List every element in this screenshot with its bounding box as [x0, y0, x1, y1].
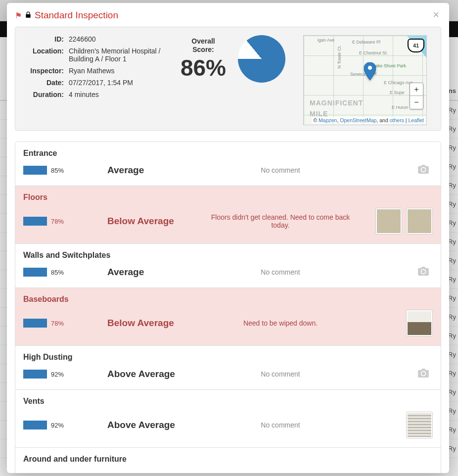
- meta-table: ID: 2246600 Location: Children's Memoria…: [24, 35, 163, 125]
- map-street-superior: E Supe: [390, 90, 405, 95]
- inspection-sections: Entrance85%AverageNo commentFloors78%Bel…: [15, 142, 441, 473]
- score-bar-cell: 92%: [23, 421, 102, 429]
- score-bar: [23, 268, 47, 277]
- section-title: Baseboards: [23, 295, 433, 304]
- overall-score: Overall Score: 86%: [169, 35, 297, 125]
- modal-title: Standard Inspection: [35, 10, 118, 21]
- section: Vents92%Above AverageNo comment: [15, 390, 441, 448]
- section: Around and under furniture: [15, 448, 441, 473]
- map-street-michigan: igan Ave: [318, 38, 334, 43]
- comment-text: No comment: [206, 370, 355, 378]
- meta-inspector-value: Ryan Mathews: [69, 67, 163, 75]
- comment-text: No comment: [206, 421, 355, 429]
- rating-text: Below Average: [107, 216, 201, 227]
- thumbnails: [360, 266, 433, 279]
- photo-thumbnail[interactable]: [406, 208, 433, 235]
- others-link[interactable]: others: [390, 117, 404, 123]
- section-title: Entrance: [23, 149, 433, 158]
- flag-icon: ⚑: [15, 11, 22, 20]
- mapzen-link[interactable]: Mapzen: [319, 117, 337, 123]
- section-row: 92%Above AverageNo comment: [23, 368, 433, 381]
- score-bar-cell: 92%: [23, 370, 102, 379]
- section: High Dusting92%Above AverageNo comment: [15, 346, 441, 390]
- comment-text: No comment: [206, 166, 355, 174]
- comment-text: Floors didn't get cleaned. Need to come …: [206, 213, 355, 229]
- score-value: 86%: [181, 54, 226, 81]
- leaflet-link[interactable]: Leaflet: [408, 117, 424, 123]
- photo-thumbnail[interactable]: [406, 310, 433, 336]
- inspection-modal: ⚑ Standard Inspection × ID: 2246600 Loca…: [7, 3, 449, 473]
- score-bar: [23, 217, 47, 226]
- meta-location-label: Location:: [24, 47, 64, 63]
- map-street-tower: N Tower Ct.: [337, 46, 342, 69]
- thumbnails: [360, 208, 433, 235]
- section-row: 85%AverageNo comment: [23, 266, 433, 279]
- score-percent: 85%: [51, 269, 64, 276]
- map-street-delaware: E Delaware Pl: [352, 40, 380, 45]
- meta-id-value: 2246600: [69, 35, 163, 43]
- meta-id-label: ID:: [24, 35, 64, 43]
- map-marker-icon: [364, 62, 376, 81]
- rating-text: Above Average: [107, 420, 201, 430]
- close-button[interactable]: ×: [430, 8, 442, 22]
- meta-date-label: Date:: [24, 79, 64, 87]
- score-bar-cell: 85%: [23, 166, 102, 175]
- map-street-seneca: Seneca: [350, 72, 366, 77]
- rating-text: Average: [107, 267, 201, 278]
- modal-header: ⚑ Standard Inspection ×: [7, 3, 449, 27]
- modal-body: ID: 2246600 Location: Children's Memoria…: [7, 27, 449, 473]
- thumbnails: [360, 164, 433, 177]
- score-bar-cell: 85%: [23, 268, 102, 277]
- camera-icon: [405, 266, 429, 279]
- section: Walls and Switchplates85%AverageNo comme…: [15, 244, 441, 288]
- map[interactable]: igan Ave E Delaware Pl E Chestnut St. Se…: [303, 35, 427, 125]
- zoom-in-button[interactable]: +: [410, 83, 423, 96]
- camera-icon: [405, 368, 429, 381]
- rating-text: Average: [107, 165, 201, 176]
- score-percent: 85%: [51, 167, 64, 174]
- map-zoom-controls: + −: [410, 83, 423, 109]
- map-attribution: © Mapzen, OpenStreetMap, and others | Le…: [312, 117, 425, 124]
- score-bar: [23, 370, 47, 379]
- photo-thumbnail[interactable]: [375, 208, 402, 235]
- map-street-huron: E Huron: [392, 105, 408, 110]
- section-title: Vents: [23, 397, 433, 406]
- magnificent-label-1: MAGNIFICENT: [310, 99, 363, 107]
- photo-image: [408, 311, 431, 335]
- meta-location-value: Children's Memorial Hospital / Building …: [69, 47, 163, 63]
- section-row: 85%AverageNo comment: [23, 164, 433, 177]
- score-bar-cell: 78%: [23, 319, 102, 328]
- section-title: Walls and Switchplates: [23, 251, 433, 260]
- score-percent: 92%: [51, 371, 64, 378]
- photo-thumbnail[interactable]: [406, 412, 433, 438]
- score-bar: [23, 421, 47, 429]
- thumbnails: [360, 368, 433, 381]
- score-caption-2: Score:: [181, 46, 226, 54]
- camera-icon: [405, 164, 429, 177]
- photo-image: [377, 209, 401, 233]
- section-row: 92%Above AverageNo comment: [23, 412, 433, 438]
- section: Entrance85%AverageNo comment: [15, 142, 441, 186]
- section: Floors78%Below AverageFloors didn't get …: [15, 186, 441, 244]
- score-percent: 78%: [51, 218, 64, 225]
- score-bar: [23, 319, 47, 328]
- rating-text: Above Average: [107, 369, 201, 380]
- score-caption-1: Overall: [181, 37, 226, 46]
- meta-duration-value: 4 minutes: [69, 91, 163, 98]
- thumbnails: [360, 310, 433, 336]
- svg-point-0: [368, 66, 372, 70]
- map-lakeshore: Lake Shore Park: [373, 63, 406, 68]
- osm-link[interactable]: OpenStreetMap: [340, 117, 376, 123]
- rating-text: Below Average: [107, 318, 201, 329]
- score-bar-cell: 78%: [23, 217, 102, 226]
- map-street-chestnut: E Chestnut St.: [359, 50, 388, 55]
- meta-date-value: 07/27/2017, 1:54 PM: [69, 79, 163, 87]
- lock-icon: [25, 11, 32, 20]
- score-percent: 78%: [51, 320, 64, 327]
- zoom-out-button[interactable]: −: [410, 96, 423, 109]
- meta-inspector-label: Inspector:: [24, 67, 64, 75]
- score-percent: 92%: [51, 422, 64, 429]
- section-title: High Dusting: [23, 353, 433, 362]
- score-bar: [23, 166, 47, 175]
- section-title: Around and under furniture: [23, 455, 433, 464]
